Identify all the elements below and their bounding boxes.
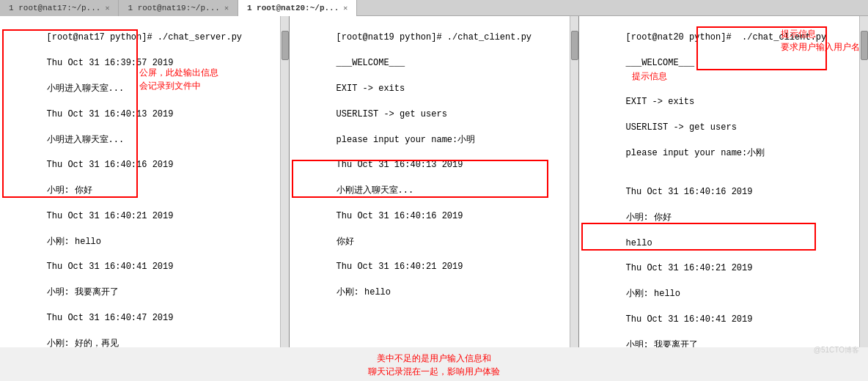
tab-bar: 1 root@nat17:~/p... ✕ 1 root@nat19:~/p..… (0, 0, 868, 16)
panel-nat19: [root@nat19 python]# ./chat_client.py __… (290, 16, 579, 347)
scrollbar-panel1[interactable] (280, 16, 289, 347)
line: 小明: 我要离开了 (47, 287, 119, 297)
tab-nat20-close[interactable]: ✕ (343, 4, 347, 12)
tab-nat19[interactable]: 1 root@nat19:~/p... ✕ (119, 0, 238, 16)
line: 你好 (336, 237, 354, 247)
line: Thu Oct 31 16:40:13 2019 (47, 109, 174, 119)
panel-nat17: [root@nat17 python]# ./chat_server.py Th… (0, 16, 290, 347)
line: [root@nat20 python]# ./chat_client.py (626, 32, 827, 42)
line: Thu Oct 31 16:40:16 2019 (336, 211, 463, 221)
line: EXIT -> exits (336, 84, 405, 94)
line: Thu Oct 31 16:40:16 2019 (626, 187, 753, 197)
line: [root@nat17 python]# ./chat_server.py (47, 32, 242, 42)
line: Thu Oct 31 16:40:21 2019 (626, 263, 753, 273)
line: Thu Oct 31 16:40:16 2019 (47, 160, 174, 170)
line: Thu Oct 31 16:40:21 2019 (336, 262, 463, 272)
scrollbar-thumb-panel1[interactable] (282, 31, 289, 60)
tab-nat17-label: 1 root@nat17:~/p... (9, 4, 100, 12)
scrollbar-panel3[interactable] (859, 16, 868, 347)
tab-nat19-close[interactable]: ✕ (224, 4, 229, 12)
bottom-note-text: 美中不足的是用户输入信息和聊天记录混在一起，影响用户体验 (368, 353, 500, 377)
scrollbar-panel2[interactable] (570, 16, 578, 347)
scrollbar-thumb-panel2[interactable] (571, 31, 578, 60)
line: ___WELCOME___ (336, 58, 405, 68)
line: EXIT -> exits (626, 97, 695, 107)
tab-nat17-close[interactable]: ✕ (105, 4, 109, 12)
panel-nat20-content: [root@nat20 python]# ./chat_client.py __… (579, 16, 868, 347)
line: Thu Oct 31 16:40:41 2019 (47, 262, 174, 272)
line: 小刚: 好的，再见 (47, 339, 119, 347)
line: 小明进入聊天室... (47, 135, 125, 145)
line: 小明: 你好 (47, 185, 92, 196)
line: please input your name:小明 (336, 135, 476, 145)
line: please input your name:小刚 (626, 148, 765, 158)
bottom-note: 美中不足的是用户输入信息和聊天记录混在一起，影响用户体验 (0, 347, 868, 381)
scrollbar-thumb-panel3[interactable] (861, 31, 868, 60)
line: 小刚: hello (626, 289, 680, 299)
line: 小明进入聊天室... (47, 84, 125, 94)
tab-nat19-label: 1 root@nat19:~/p... (128, 4, 219, 12)
line: USERLIST -> get users (336, 109, 447, 119)
line: 小刚: hello (336, 287, 391, 297)
watermark: @51CTO博客 (814, 345, 859, 355)
line: 小刚: hello (47, 237, 101, 247)
line: [root@nat19 python]# ./chat_client.py (336, 32, 532, 42)
line: 小明: 我要离开了 (626, 340, 698, 347)
line: Thu Oct 31 16:40:13 2019 (336, 160, 463, 170)
line: 小明: 你好 (626, 212, 672, 223)
annotation-server-text: 公屏，此处输出信息会记录到文件中 (139, 66, 218, 92)
annotation-hint: 提示信息 (632, 71, 667, 81)
tab-nat17[interactable]: 1 root@nat17:~/p... ✕ (0, 0, 119, 16)
tab-nat20[interactable]: 1 root@nat20:~/p... ✕ (238, 0, 357, 16)
line: Thu Oct 31 16:40:47 2019 (47, 313, 174, 323)
line: Thu Oct 31 16:40:41 2019 (626, 314, 753, 325)
tab-nat20-label: 1 root@nat20:~/p... (247, 4, 339, 12)
line: Thu Oct 31 16:40:21 2019 (47, 211, 174, 221)
line: USERLIST -> get users (626, 122, 737, 133)
panel-nat20: [root@nat20 python]# ./chat_client.py __… (579, 16, 868, 347)
line: ___WELCOME___ (626, 58, 695, 68)
panel-nat19-content: [root@nat19 python]# ./chat_client.py __… (290, 16, 578, 347)
terminal-area: [root@nat17 python]# ./chat_server.py Th… (0, 16, 868, 347)
line: hello (626, 238, 652, 248)
line: 小刚进入聊天室... (336, 185, 414, 196)
